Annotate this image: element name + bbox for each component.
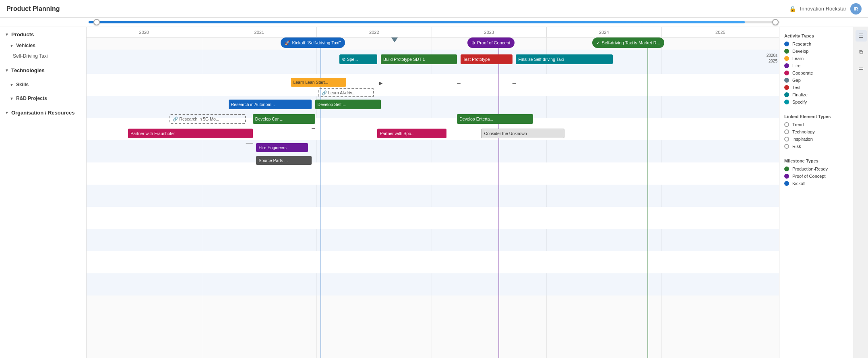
- year-end-label: 2020s2025: [767, 53, 779, 64]
- trend-color-ring: [784, 122, 789, 127]
- ready-label: Self-driving Taxi is Market R...: [602, 40, 660, 45]
- main-area: ▼ Products ▼ Vehicles Self-Driving Taxi …: [0, 27, 868, 358]
- row-band-2: [87, 74, 779, 96]
- ready-vline: [647, 37, 648, 358]
- legend-learn-label: Learn: [792, 56, 804, 61]
- sidebar-item-skills[interactable]: ▼ Skills: [0, 79, 86, 90]
- legend-risk-label: Risk: [792, 144, 801, 149]
- legend-research: Research: [784, 42, 849, 46]
- sidebar-item-vehicles[interactable]: ▼ Vehicles: [0, 40, 86, 51]
- row-band-5: [87, 140, 779, 162]
- sidebar-item-self-driving[interactable]: Self-Driving Taxi: [0, 51, 86, 61]
- year-2024: 2024: [546, 27, 661, 37]
- legend-trend-label: Trend: [792, 122, 804, 127]
- legend-hire-label: Hire: [792, 63, 800, 68]
- kickoff-icon: 🚀: [285, 40, 290, 46]
- legend-finalize-label: Finalize: [792, 92, 808, 97]
- activity-develop-car[interactable]: Develop Car ...: [253, 114, 315, 124]
- develop-color-dot: [784, 49, 789, 54]
- cooperate-color-dot: [784, 71, 789, 75]
- legend-linked-types-title: Linked Element Types: [784, 114, 849, 119]
- legend-risk: Risk: [784, 144, 849, 149]
- year-headers: 2020 2021 2022 2023 2024 2025: [87, 27, 779, 37]
- activity-build-prototype[interactable]: Build Prototype SDT 1: [381, 54, 457, 64]
- inspiration-color-ring: [784, 137, 789, 142]
- legend-activity-types-title: Activity Types: [784, 33, 849, 38]
- chevron-down-icon: ▼: [10, 83, 14, 87]
- activity-partner-fraunhofer[interactable]: Partner with Fraunhofer: [128, 129, 253, 138]
- row-band-9: [87, 229, 779, 251]
- activity-test-prototype[interactable]: Test Prototype: [461, 54, 513, 64]
- avatar[interactable]: IR: [850, 3, 862, 15]
- timeline-slider-bar: [0, 18, 868, 27]
- legend-hire: Hire: [784, 63, 849, 68]
- sidebar-item-org[interactable]: ▼ Organisation / Resources: [0, 107, 86, 119]
- legend-gap: Gap: [784, 78, 849, 83]
- right-icon-panel: ☰ ⧉ ▭: [854, 27, 868, 358]
- year-2020: 2020: [87, 27, 202, 37]
- slider-thumb-right[interactable]: [772, 19, 779, 25]
- year-2023: 2023: [432, 27, 547, 37]
- activity-develop-enterta[interactable]: Develop Enterta...: [457, 114, 533, 124]
- legend-kickoff: Kickoff: [784, 181, 849, 186]
- legend-learn: Learn: [784, 56, 849, 61]
- activity-partner-spo[interactable]: Partner with Spo...: [377, 129, 446, 138]
- milestone-ready[interactable]: ✓ Self-driving Taxi is Market R...: [592, 37, 664, 48]
- activity-specify[interactable]: ⚙ Spe...: [339, 54, 378, 64]
- activity-source-parts[interactable]: Source Parts ...: [256, 156, 312, 165]
- collapse-button[interactable]: ▭: [856, 62, 867, 74]
- legend-test: Test: [784, 85, 849, 90]
- activity-develop-self[interactable]: Develop Self-...: [315, 100, 381, 109]
- sidebar-item-technologies[interactable]: ▼ Technologies: [0, 65, 86, 76]
- chevron-down-icon: ▼: [10, 96, 14, 101]
- year-2021: 2021: [202, 27, 317, 37]
- filter-button[interactable]: ⧉: [856, 46, 867, 58]
- legend-develop: Develop: [784, 49, 849, 54]
- year-2022: 2022: [316, 27, 432, 37]
- activity-learn-ai[interactable]: 🔗 Learn AI-driv...: [318, 88, 374, 97]
- sidebar: ▼ Products ▼ Vehicles Self-Driving Taxi …: [0, 27, 87, 358]
- legend-test-label: Test: [792, 85, 800, 90]
- slider-track[interactable]: [89, 21, 779, 23]
- chevron-down-icon: ▼: [10, 44, 14, 48]
- legend-panel: Activity Types Research Develop Learn Hi…: [779, 27, 854, 358]
- poc-label: Proof of Concept: [477, 40, 510, 45]
- legend-production-ready-label: Production-Ready: [792, 167, 828, 171]
- milestone-kickoff[interactable]: 🚀 Kickoff "Self-driving Taxi": [281, 37, 345, 48]
- legend-specify-label: Specify: [792, 100, 807, 104]
- legend-technology-label: Technology: [792, 129, 815, 134]
- finalize-color-dot: [784, 92, 789, 97]
- list-view-button[interactable]: ☰: [856, 30, 867, 42]
- gantt-chart: 2020 2021 2022 2023 2024 2025: [87, 27, 779, 358]
- test-color-dot: [784, 85, 789, 90]
- poc-icon: ⊕: [471, 40, 475, 46]
- legend-inspiration: Inspiration: [784, 137, 849, 142]
- slider-thumb-left[interactable]: [93, 19, 100, 25]
- legend-proof-of-concept: Proof of Concept: [784, 174, 849, 179]
- milestone-poc[interactable]: ⊕ Proof of Concept: [467, 37, 515, 48]
- activity-research-autonom[interactable]: Research in Autonom...: [229, 100, 312, 109]
- row-band-6: [87, 162, 779, 185]
- activity-learn-lean[interactable]: Learn Lean Start...: [291, 78, 346, 87]
- poc-vline: [498, 37, 499, 358]
- activity-finalize[interactable]: Finalize Self-driving Taxi: [516, 54, 613, 64]
- legend-trend: Trend: [784, 122, 849, 127]
- activity-research-5g[interactable]: 🔗 Research in 5G Mo...: [169, 114, 246, 124]
- sidebar-section-skills: ▼ Skills: [0, 78, 86, 92]
- header-right: 🔒 Innovation Rockstar IR: [789, 3, 862, 15]
- activity-consider-unknown[interactable]: Consider the Unknown: [481, 129, 564, 138]
- sidebar-section-rd: ▼ R&D Projects: [0, 92, 86, 105]
- sidebar-item-rd[interactable]: ▼ R&D Projects: [0, 93, 86, 104]
- sidebar-item-products[interactable]: ▼ Products: [0, 29, 86, 40]
- activity-hire-engineers[interactable]: Hire Engineers: [256, 143, 308, 152]
- research-color-dot: [784, 42, 789, 46]
- legend-research-label: Research: [792, 42, 811, 46]
- legend-kickoff-label: Kickoff: [792, 181, 806, 186]
- year-2025: 2025: [661, 27, 779, 37]
- sidebar-section-tech: ▼ Technologies: [0, 63, 86, 78]
- technology-color-ring: [784, 129, 789, 134]
- legend-gap-label: Gap: [792, 78, 801, 83]
- slider-fill: [89, 21, 745, 23]
- row-band-10: [87, 251, 779, 273]
- learn-color-dot: [784, 56, 789, 61]
